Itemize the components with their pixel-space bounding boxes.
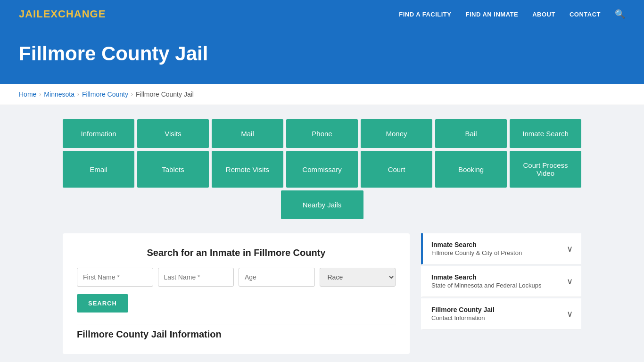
feature-button-grid: Information Visits Mail Phone Money Bail… [63,119,581,219]
chevron-down-icon-3: ∨ [567,309,573,319]
breadcrumb: Home › Minnesota › Fillmore County › Fil… [19,90,625,98]
breadcrumb-sep-2: › [77,91,79,98]
btn-booking[interactable]: Booking [435,151,507,188]
breadcrumb-sep-3: › [131,91,133,98]
sidebar-item-text-1: Inmate Search Fillmore County & City of … [431,241,522,256]
logo-exchange: EXCHANGE [43,8,106,20]
breadcrumb-minnesota[interactable]: Minnesota [44,90,74,98]
sidebar-item-title-2: Inmate Search [431,273,541,281]
btn-mail[interactable]: Mail [212,119,283,148]
race-select[interactable]: Race White Black Hispanic Asian Other [320,268,396,287]
btn-commissary[interactable]: Commissary [286,151,358,188]
search-icon-button[interactable]: 🔍 [615,9,625,19]
sidebar-item-subtitle-1: Fillmore County & City of Preston [431,249,522,256]
sidebar-item-inmate-search-fillmore[interactable]: Inmate Search Fillmore County & City of … [421,233,581,264]
search-button[interactable]: SEARCH [77,294,128,313]
sidebar-item-title-3: Fillmore County Jail [431,306,495,313]
btn-nearby-jails[interactable]: Nearby Jails [281,190,363,219]
last-name-input[interactable] [158,268,234,287]
sidebar-item-text-3: Fillmore County Jail Contact Information [431,306,495,321]
first-name-input[interactable] [77,268,153,287]
site-header: JAILEXCHANGE FIND A FACILITY FIND AN INM… [0,0,644,28]
btn-phone[interactable]: Phone [286,119,358,148]
nav-about[interactable]: ABOUT [532,11,555,18]
chevron-down-icon-1: ∨ [567,244,573,254]
lower-section: Search for an Inmate in Fillmore County … [63,233,581,354]
search-fields: Race White Black Hispanic Asian Other [77,268,396,287]
age-input[interactable] [239,268,315,287]
sidebar-item-inmate-search-state[interactable]: Inmate Search State of Minnesota and Fed… [421,266,581,297]
nav-find-inmate[interactable]: FIND AN INMATE [465,11,518,18]
sidebar-item-title-1: Inmate Search [431,241,522,248]
main-nav: FIND A FACILITY FIND AN INMATE ABOUT CON… [399,9,625,19]
sidebar-item-subtitle-3: Contact Information [431,314,495,321]
breadcrumb-bar: Home › Minnesota › Fillmore County › Fil… [0,84,644,105]
breadcrumb-current: Fillmore County Jail [136,90,194,98]
btn-remote-visits[interactable]: Remote Visits [212,151,283,188]
btn-information[interactable]: Information [63,119,134,148]
site-logo: JAILEXCHANGE [19,8,106,20]
btn-inmate-search[interactable]: Inmate Search [510,119,581,148]
search-form-card: Search for an Inmate in Fillmore County … [63,233,410,354]
btn-court-process-video[interactable]: Court Process Video [510,151,581,188]
hero-section: Fillmore County Jail [0,28,644,84]
nav-find-facility[interactable]: FIND A FACILITY [399,11,451,18]
nav-contact[interactable]: CONTACT [570,11,601,18]
breadcrumb-home[interactable]: Home [19,90,36,98]
sidebar-item-text-2: Inmate Search State of Minnesota and Fed… [431,273,541,289]
sidebar: Inmate Search Fillmore County & City of … [421,233,581,354]
search-form-heading: Search for an Inmate in Fillmore County [77,247,396,258]
btn-tablets[interactable]: Tablets [137,151,209,188]
btn-bail[interactable]: Bail [435,119,507,148]
breadcrumb-fillmore-county[interactable]: Fillmore County [82,90,128,98]
btn-email[interactable]: Email [63,151,134,188]
btn-visits[interactable]: Visits [137,119,209,148]
sidebar-item-subtitle-2: State of Minnesota and Federal Lockups [431,282,541,289]
chevron-down-icon-2: ∨ [567,276,573,287]
breadcrumb-sep-1: › [39,91,41,98]
main-content: Information Visits Mail Phone Money Bail… [0,105,644,362]
info-section-heading: Fillmore County Jail Information [77,324,396,340]
btn-court[interactable]: Court [361,151,432,188]
btn-money[interactable]: Money [361,119,432,148]
sidebar-item-contact-info[interactable]: Fillmore County Jail Contact Information… [421,298,581,329]
page-title: Fillmore County Jail [19,42,625,65]
logo-jail: JAIL [19,8,43,20]
